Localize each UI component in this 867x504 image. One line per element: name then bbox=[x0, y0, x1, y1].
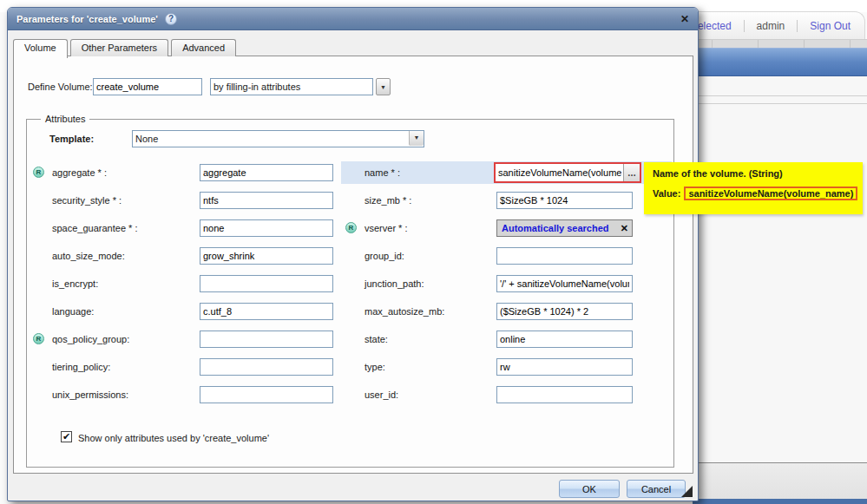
aggregate-label: aggregate * : bbox=[52, 167, 107, 179]
size-mb-label: size_mb * : bbox=[365, 194, 411, 206]
security-style-label: security_style * : bbox=[52, 194, 122, 206]
type-label: type: bbox=[365, 361, 385, 373]
qos-policy-group-input[interactable] bbox=[200, 331, 333, 348]
space-guarantee-label: space_guarantee * : bbox=[52, 222, 137, 234]
vserver-label: vserver * : bbox=[365, 222, 408, 234]
max-autosize-mb-label: max_autosize_mb: bbox=[365, 305, 444, 317]
nav-divider bbox=[744, 20, 745, 32]
language-input[interactable] bbox=[200, 303, 333, 320]
qos-policy-group-label: qos_policy_group: bbox=[52, 333, 129, 345]
unix-permissions-label: unix_permissions: bbox=[52, 389, 128, 401]
template-combobox[interactable]: None ▼ bbox=[132, 130, 424, 147]
vserver-value: Automatically searched bbox=[502, 223, 609, 233]
tooltip-description: Name of the volume. (String) bbox=[653, 168, 854, 179]
reference-icon: R bbox=[345, 222, 357, 233]
state-input[interactable] bbox=[496, 331, 633, 348]
type-input[interactable] bbox=[496, 358, 633, 376]
screen: selected admin Sign Out Preview Save As … bbox=[0, 0, 867, 504]
define-method-combobox[interactable]: by filling-in attributes bbox=[210, 78, 373, 95]
auto-size-mode-label: auto_size_mode: bbox=[52, 250, 125, 262]
show-only-checkbox[interactable]: ✔ bbox=[61, 431, 72, 442]
user-label: admin bbox=[757, 20, 785, 32]
state-label: state: bbox=[365, 333, 388, 345]
tab-volume[interactable]: Volume bbox=[13, 39, 68, 58]
tab-label: Advanced bbox=[182, 43, 225, 53]
parameters-dialog: Parameters for 'create_volume' ? ✕ Volum… bbox=[7, 7, 699, 501]
tab-advanced[interactable]: Advanced bbox=[171, 39, 236, 56]
security-style-input[interactable] bbox=[200, 192, 333, 209]
space-guarantee-input[interactable] bbox=[200, 219, 333, 237]
language-label: language: bbox=[52, 305, 94, 317]
define-volume-label: Define Volume: bbox=[28, 81, 93, 93]
name-field-selected-frame: … bbox=[494, 162, 641, 183]
group-id-input[interactable] bbox=[496, 247, 633, 265]
toolbar-blue-bar bbox=[694, 48, 867, 76]
aggregate-input[interactable] bbox=[200, 164, 333, 181]
content-area bbox=[694, 76, 867, 462]
group-id-label: group_id: bbox=[365, 250, 404, 262]
volume-tab-panel: Define Volume: by filling-in attributes … bbox=[13, 56, 693, 474]
ok-button[interactable]: OK bbox=[559, 480, 620, 498]
tab-other-parameters[interactable]: Other Parameters bbox=[70, 39, 168, 56]
close-icon[interactable]: ✕ bbox=[680, 14, 689, 24]
user-id-input[interactable] bbox=[496, 386, 633, 403]
is-encrypt-input[interactable] bbox=[200, 275, 333, 292]
max-autosize-mb-input[interactable] bbox=[496, 303, 633, 320]
content-divider bbox=[694, 95, 867, 96]
template-value: None bbox=[135, 134, 158, 144]
resize-handle[interactable] bbox=[681, 486, 693, 497]
define-volume-name-input[interactable] bbox=[93, 78, 202, 95]
app-footer: Preview Save As bbox=[693, 463, 867, 499]
junction-path-input[interactable] bbox=[496, 275, 633, 292]
content-divider bbox=[694, 103, 867, 104]
tooltip-value: sanitizeVolumeName(volume_name) bbox=[684, 187, 857, 200]
name-label: name * : bbox=[365, 167, 400, 179]
size-mb-input[interactable] bbox=[496, 192, 633, 209]
junction-path-label: junction_path: bbox=[365, 278, 424, 290]
tab-bar: Volume Other Parameters Advanced bbox=[13, 39, 236, 56]
tab-label: Other Parameters bbox=[82, 43, 157, 53]
attributes-legend: Attributes bbox=[41, 114, 89, 124]
show-only-label: Show only attributes used by 'create_vol… bbox=[78, 432, 269, 444]
tiering-policy-input[interactable] bbox=[200, 358, 333, 376]
dialog-titlebar[interactable]: Parameters for 'create_volume' ? ✕ bbox=[8, 8, 698, 30]
auto-size-mode-input[interactable] bbox=[200, 247, 333, 265]
template-label: Template: bbox=[49, 133, 94, 145]
sign-out-link[interactable]: Sign Out bbox=[810, 20, 851, 32]
tiering-policy-label: tiering_policy: bbox=[52, 361, 110, 373]
reference-icon: R bbox=[33, 333, 44, 344]
bottom-blue-strip bbox=[693, 499, 867, 504]
clear-icon[interactable]: ✕ bbox=[621, 220, 628, 236]
dialog-title: Parameters for 'create_volume' bbox=[16, 14, 158, 24]
tooltip-value-label: Value: bbox=[653, 188, 680, 199]
name-input[interactable] bbox=[496, 164, 624, 181]
define-method-dropdown-arrow-icon[interactable]: ▼ bbox=[376, 78, 391, 95]
vserver-auto-searched-field[interactable]: Automatically searched ✕ bbox=[496, 219, 633, 237]
define-method-value: by filling-in attributes bbox=[213, 82, 300, 92]
unix-permissions-input[interactable] bbox=[200, 386, 333, 403]
tab-label: Volume bbox=[24, 43, 56, 53]
name-expression-editor-button[interactable]: … bbox=[623, 164, 640, 181]
name-field-tooltip: Name of the volume. (String) Value:sanit… bbox=[644, 162, 863, 214]
help-icon[interactable]: ? bbox=[165, 13, 177, 25]
template-dropdown-arrow-icon[interactable]: ▼ bbox=[409, 130, 424, 146]
nav-divider bbox=[797, 20, 798, 32]
reference-icon: R bbox=[33, 167, 44, 178]
cancel-button[interactable]: Cancel bbox=[627, 480, 686, 498]
is-encrypt-label: is_encrypt: bbox=[52, 278, 98, 290]
user-id-label: user_id: bbox=[365, 389, 398, 401]
